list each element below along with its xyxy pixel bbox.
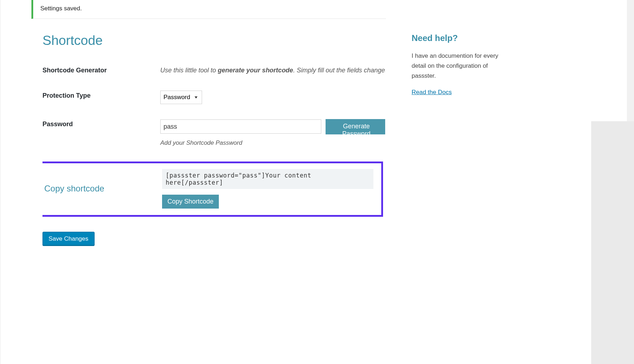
copy-shortcode-section: Copy shortcode [passster password="pass"… bbox=[42, 162, 383, 217]
password-helper-text: Add your Shortcode Password bbox=[160, 139, 385, 147]
read-docs-link[interactable]: Read the Docs bbox=[412, 89, 452, 96]
copy-shortcode-button[interactable]: Copy Shortcode bbox=[162, 195, 219, 209]
shortcode-output: [passster password="pass"]Your content h… bbox=[162, 169, 373, 189]
save-changes-button[interactable]: Save Changes bbox=[42, 232, 95, 246]
notice-message: Settings saved. bbox=[40, 5, 82, 12]
page-title: Shortcode bbox=[42, 33, 385, 48]
help-description: I have an documention for every detail o… bbox=[412, 51, 504, 81]
settings-saved-notice: Settings saved. bbox=[31, 0, 386, 19]
password-input[interactable] bbox=[160, 119, 321, 134]
generate-password-button[interactable]: Generate Password bbox=[326, 119, 385, 134]
shortcode-generator-label: Shortcode Generator bbox=[42, 65, 160, 74]
right-gutter bbox=[591, 121, 634, 364]
protection-type-label: Protection Type bbox=[42, 91, 160, 99]
password-label: Password bbox=[42, 119, 160, 128]
protection-type-select[interactable]: Password bbox=[160, 91, 202, 104]
copy-shortcode-label: Copy shortcode bbox=[44, 184, 162, 194]
generator-description: Use this little tool to generate your sh… bbox=[160, 65, 385, 76]
help-title: Need help? bbox=[412, 33, 504, 43]
